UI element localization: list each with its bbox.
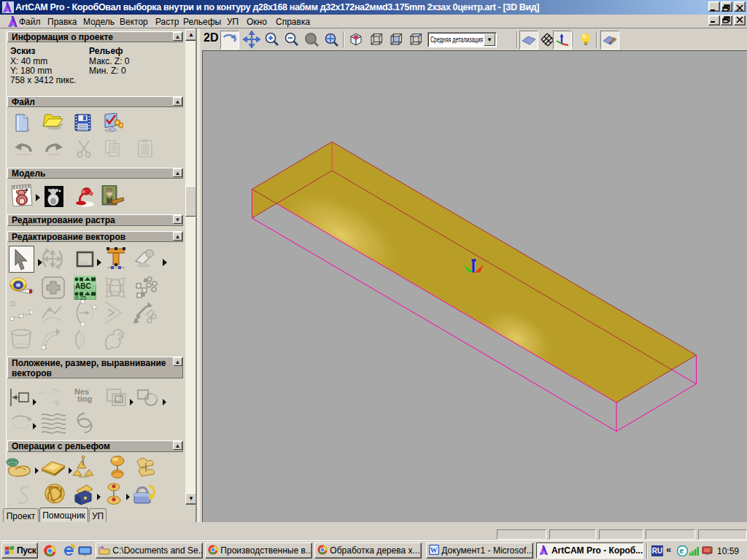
svg-text:ting: ting [77, 394, 92, 403]
svg-text:e: e [680, 547, 684, 555]
svg-text:W: W [430, 546, 438, 554]
svg-text:ABC: ABC [75, 282, 91, 290]
svg-text:0.25: 0.25 [75, 295, 87, 300]
svg-text:c u r v: c u r v [39, 390, 47, 397]
